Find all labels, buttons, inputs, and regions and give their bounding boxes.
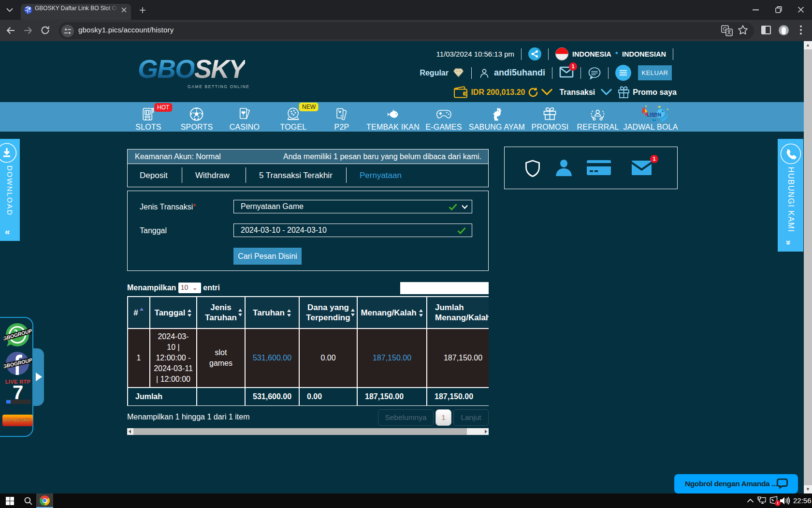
- svg-text:BN: BN: [654, 112, 661, 118]
- svg-text:LIS: LIS: [647, 112, 654, 118]
